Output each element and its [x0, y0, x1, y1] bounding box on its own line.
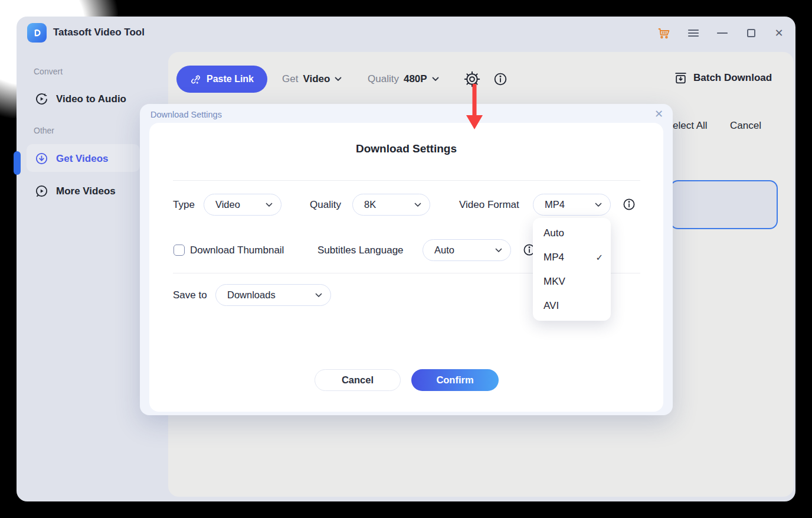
- quality-dropdown[interactable]: Quality 480P: [368, 73, 439, 85]
- maximize-icon: [746, 28, 756, 38]
- quality-label: Quality: [368, 73, 399, 85]
- sidebar-item-label: Get Videos: [56, 153, 109, 165]
- link-icon: [190, 74, 201, 85]
- close-icon: ✕: [654, 108, 663, 120]
- batch-download-icon: [673, 70, 688, 85]
- video-format-info-button[interactable]: [622, 197, 636, 214]
- check-icon: ✓: [595, 252, 603, 263]
- sidebar-item-more-videos[interactable]: More Videos: [34, 184, 116, 198]
- format-option-mkv[interactable]: MKV: [533, 269, 611, 294]
- minimize-button[interactable]: [713, 25, 731, 41]
- batch-download-label: Batch Download: [693, 72, 772, 84]
- dialog-window-title: Download Settings: [150, 110, 222, 119]
- info-icon: [622, 197, 636, 211]
- get-label: Get: [282, 73, 298, 85]
- save-to-label: Save to: [173, 289, 207, 301]
- save-to-select[interactable]: Downloads: [215, 284, 331, 306]
- subtitles-language-select[interactable]: Auto: [423, 239, 511, 261]
- video-format-select[interactable]: MP4: [533, 194, 611, 216]
- type-select[interactable]: Video: [204, 194, 281, 216]
- dialog-heading: Download Settings: [149, 142, 663, 155]
- subtitles-language-value: Auto: [434, 245, 454, 256]
- chevron-down-icon: [266, 203, 273, 207]
- sidebar-item-get-videos[interactable]: Get Videos: [34, 151, 109, 166]
- video-format-label: Video Format: [459, 199, 519, 211]
- sidebar-section-convert: Convert: [34, 67, 63, 76]
- annotation-arrow-icon: [463, 84, 486, 130]
- info-icon: [493, 71, 508, 87]
- sidebar-item-video-to-audio[interactable]: Video to Audio: [34, 92, 126, 106]
- quality-field-label: Quality: [310, 199, 341, 211]
- batch-download-button[interactable]: Batch Download: [673, 70, 772, 85]
- quality-value: 480P: [404, 73, 427, 85]
- app-logo: [27, 23, 47, 43]
- confirm-button[interactable]: Confirm: [411, 369, 499, 391]
- format-option-mp4[interactable]: MP4 ✓: [533, 245, 611, 269]
- close-window-button[interactable]: ✕: [770, 25, 788, 41]
- video-to-audio-icon: [34, 92, 49, 106]
- active-item-indicator: [14, 151, 21, 175]
- save-to-value: Downloads: [227, 289, 276, 301]
- sidebar-item-label: More Videos: [56, 185, 116, 197]
- type-label: Type: [173, 199, 195, 211]
- get-type-dropdown[interactable]: Get Video: [282, 73, 342, 85]
- chevron-down-icon: [495, 248, 502, 253]
- format-option-avi[interactable]: AVI: [533, 294, 611, 318]
- app-window: Tatasoft Video Tool ✕ Convert Video to: [17, 17, 795, 501]
- type-value: Video: [215, 199, 240, 210]
- quality-field-value: 8K: [364, 199, 376, 210]
- format-option-label: MP4: [543, 252, 564, 263]
- app-title: Tatasoft Video Tool: [53, 27, 145, 38]
- video-format-value: MP4: [545, 199, 565, 210]
- dialog-close-button[interactable]: ✕: [654, 107, 663, 120]
- format-option-auto[interactable]: Auto: [533, 221, 611, 245]
- cart-icon: [657, 26, 671, 40]
- close-icon: ✕: [774, 27, 783, 40]
- play-circle-icon: [34, 184, 49, 198]
- format-option-label: AVI: [543, 300, 559, 312]
- download-thumbnail-checkbox[interactable]: [173, 245, 185, 256]
- chevron-down-icon: [414, 203, 421, 207]
- chevron-down-icon: [315, 293, 322, 298]
- select-all-link-partial[interactable]: elect All: [673, 120, 708, 132]
- sidebar-item-label: Video to Audio: [56, 93, 126, 105]
- cancel-link[interactable]: Cancel: [730, 120, 761, 132]
- format-option-label: Auto: [543, 227, 564, 239]
- download-circle-icon: [34, 151, 49, 166]
- download-thumbnail-label: Download Thumbnail: [190, 245, 284, 256]
- hamburger-icon: [687, 28, 699, 38]
- divider: [173, 180, 640, 181]
- chevron-down-icon: [595, 203, 602, 207]
- paste-link-button[interactable]: Paste Link: [176, 66, 267, 93]
- format-option-label: MKV: [543, 276, 565, 288]
- maximize-button[interactable]: [742, 25, 760, 41]
- cancel-button[interactable]: Cancel: [315, 369, 401, 391]
- paste-link-label: Paste Link: [207, 74, 254, 84]
- minimize-icon: [717, 32, 728, 34]
- paste-url-box[interactable]: [670, 180, 778, 229]
- cart-button[interactable]: [655, 25, 673, 41]
- subtitles-language-label: Subtitles Language: [317, 245, 404, 256]
- info-button[interactable]: [493, 71, 508, 89]
- menu-button[interactable]: [685, 25, 702, 41]
- play-logo-icon: [31, 27, 44, 40]
- chevron-down-icon: [432, 77, 439, 82]
- get-value: Video: [303, 73, 330, 85]
- chevron-down-icon: [335, 77, 342, 82]
- quality-select[interactable]: 8K: [352, 194, 430, 216]
- video-format-menu: Auto MP4 ✓ MKV AVI: [533, 218, 611, 321]
- sidebar-section-other: Other: [34, 126, 54, 135]
